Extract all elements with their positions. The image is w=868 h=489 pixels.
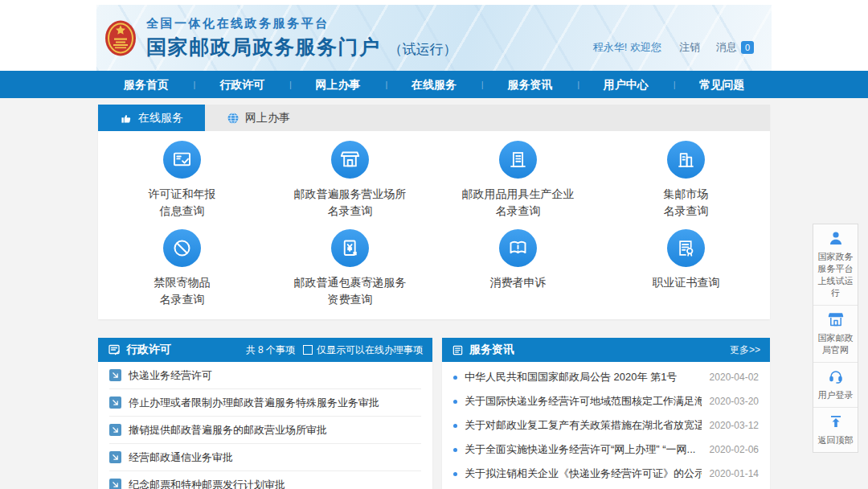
service-consumer-complaint[interactable]: 消费者申诉: [434, 220, 602, 308]
enter-arrow-icon: [109, 479, 121, 489]
official-site-icon: [828, 312, 844, 327]
sidebar-label: 国家邮政局官网: [816, 332, 855, 356]
service-label: 禁限寄物品 名录查询: [98, 274, 266, 308]
messages-link[interactable]: 消息 0: [716, 40, 754, 55]
service-stamp-market-query[interactable]: 集邮市场 名录查询: [602, 131, 770, 220]
service-label: 消费者申诉: [434, 274, 602, 291]
service-parcel-fee-query[interactable]: 邮政普通包裹寄递服务 资费查询: [266, 220, 434, 308]
news-title: 关于全面实施快递业务经营许可“网上办理” “一网...: [465, 442, 702, 457]
news-panel-title: 服务资讯: [469, 343, 514, 357]
user-icon: [828, 231, 844, 245]
nav-item-home[interactable]: 服务首页: [98, 71, 194, 98]
bullet-dot-icon: [453, 472, 457, 476]
news-item[interactable]: 关于全面实施快递业务经营许可“网上办理” “一网... 2020-02-06: [453, 438, 759, 462]
news-date: 2020-01-14: [710, 468, 759, 479]
news-title: 关于对邮政业复工复产有关政策措施在湖北省放宽适...: [465, 418, 702, 433]
enter-arrow-icon: [109, 424, 121, 436]
online-only-checkbox[interactable]: [303, 345, 313, 355]
enter-arrow-icon: [109, 451, 121, 463]
admin-item-stamp-plan-approval[interactable]: 纪念邮票和特种邮票发行计划审批: [109, 471, 421, 489]
news-item[interactable]: 关于国际快递业务经营许可地域范围核定工作满足海... 2020-03-20: [453, 389, 759, 413]
service-label: 职业证书查询: [602, 274, 770, 291]
admin-item-label: 停止办理或者限制办理邮政普遍服务特殊服务业务审批: [129, 396, 379, 410]
nav-item-online-affairs[interactable]: 网上办事: [290, 71, 386, 98]
national-emblem-icon: [104, 19, 137, 57]
nav-item-online-service[interactable]: 在线服务: [386, 71, 481, 98]
admin-item-revoke-outlet-approval[interactable]: 撤销提供邮政普遍服务的邮政营业场所审批: [109, 417, 421, 444]
service-professional-certificate-query[interactable]: 职业证书查询: [602, 220, 770, 308]
tab-online-affairs[interactable]: 网上办事: [205, 105, 312, 131]
news-item[interactable]: 关于拟注销相关企业《快递业务经营许可证》的公示 2020-01-14: [453, 462, 759, 486]
header-band: 全国一体化在线政务服务平台 国家邮政局政务服务门户 （试运行） 程永华! 欢迎您…: [96, 5, 772, 71]
service-label: 集邮市场 名录查询: [602, 186, 770, 220]
service-manufacturer-query[interactable]: 邮政用品用具生产企业 名录查询: [434, 131, 602, 220]
storefront-icon: [339, 149, 361, 171]
logout-link[interactable]: 注销: [679, 40, 700, 55]
header: 全国一体化在线政务服务平台 国家邮政局政务服务门户 （试运行） 程永华! 欢迎您…: [0, 0, 868, 71]
service-label: 邮政普遍服务营业场所 名录查询: [266, 186, 434, 220]
service-prohibited-items-query[interactable]: 禁限寄物品 名录查询: [98, 220, 266, 308]
headset-icon: [828, 369, 844, 384]
news-more-link[interactable]: 更多>>: [730, 343, 760, 357]
sidebar-label: 返回顶部: [816, 434, 855, 446]
user-info: 程永华! 欢迎您 注销 消息 0: [593, 40, 754, 55]
service-license-info-query[interactable]: 许可证和年报 信息查询: [98, 131, 266, 220]
admin-item-label: 快递业务经营许可: [129, 368, 212, 383]
bullet-dot-icon: [453, 424, 457, 428]
platform-title: 全国一体化在线政务服务平台: [146, 16, 457, 31]
complaint-book-icon: [507, 237, 529, 259]
tab-online-service[interactable]: 在线服务: [98, 105, 205, 131]
welcome-text: 程永华! 欢迎您: [593, 40, 661, 55]
service-news-panel: 服务资讯 更多>> 中华人民共和国国家邮政局公告 2020年 第1号 2020-…: [442, 338, 770, 489]
nav-item-faq[interactable]: 常见问题: [674, 71, 770, 98]
admin-panel-header: 行政许可 共 8 个事项 仅显示可以在线办理事项: [98, 338, 432, 362]
globe-icon: [227, 112, 240, 125]
news-date: 2020-03-20: [710, 396, 759, 407]
bullet-dot-icon: [453, 448, 457, 452]
news-date: 2020-04-02: [710, 372, 759, 383]
admin-license-list: 快递业务经营许可 停止办理或者限制办理邮政普遍服务特殊服务业务审批 撤销提供邮政…: [98, 362, 432, 489]
certificate-seal-icon: [675, 237, 697, 259]
service-label: 许可证和年报 信息查询: [98, 186, 266, 220]
floating-sidebar: 国家政务服务平台上线试运行 国家邮政局官网 用户登录 返回: [813, 224, 858, 453]
news-item[interactable]: 关于对邮政业复工复产有关政策措施在湖北省放宽适... 2020-03-12: [453, 413, 759, 438]
sidebar-platform-launch[interactable]: 国家政务服务平台上线试运行: [813, 224, 858, 306]
sidebar-back-to-top[interactable]: 返回顶部: [813, 408, 858, 452]
admin-item-express-license[interactable]: 快递业务经营许可: [109, 362, 421, 389]
admin-item-label: 纪念邮票和特种邮票发行计划审批: [129, 478, 285, 489]
market-buildings-icon: [675, 149, 697, 171]
admin-item-label: 经营邮政通信业务审批: [129, 450, 233, 465]
news-title: 关于拟注销相关企业《快递业务经营许可证》的公示: [465, 466, 702, 481]
online-only-label: 仅显示可以在线办理事项: [317, 343, 423, 357]
bullet-dot-icon: [453, 400, 457, 404]
bullet-dot-icon: [453, 376, 457, 380]
sidebar-official-site[interactable]: 国家邮政局官网: [813, 306, 858, 363]
news-list: 中华人民共和国国家邮政局公告 2020年 第1号 2020-04-02 关于国际…: [442, 362, 770, 486]
admin-count-text: 共 8 个事项: [246, 343, 295, 357]
service-label: 邮政普通包裹寄递服务 资费查询: [266, 274, 434, 308]
news-item[interactable]: 中华人民共和国国家邮政局公告 2020年 第1号 2020-04-02: [453, 365, 759, 389]
admin-item-stop-limit-approval[interactable]: 停止办理或者限制办理邮政普遍服务特殊服务业务审批: [109, 389, 421, 417]
news-title: 中华人民共和国国家邮政局公告 2020年 第1号: [465, 370, 702, 384]
messages-label: 消息: [716, 40, 737, 55]
nav-item-service-news[interactable]: 服务资讯: [482, 71, 578, 98]
services-card: 在线服务 网上办事: [98, 105, 770, 319]
service-label: 邮政用品用具生产企业 名录查询: [434, 186, 602, 220]
sidebar-label: 用户登录: [816, 389, 855, 401]
nav-item-admin-license[interactable]: 行政许可: [194, 71, 289, 98]
license-doc-icon: [108, 343, 121, 356]
trial-label: （试运行）: [389, 40, 457, 60]
news-icon: [452, 344, 464, 356]
admin-item-label: 撤销提供邮政普遍服务的邮政营业场所审批: [129, 423, 327, 438]
license-check-icon: [171, 149, 193, 171]
sidebar-user-login[interactable]: 用户登录: [813, 363, 858, 408]
service-postal-outlets-query[interactable]: 邮政普遍服务营业场所 名录查询: [266, 131, 434, 220]
parcel-fee-icon: [339, 237, 361, 259]
nav-item-user-center[interactable]: 用户中心: [578, 71, 674, 98]
news-panel-header: 服务资讯 更多>>: [442, 338, 770, 362]
portal-title: 国家邮政局政务服务门户: [146, 34, 381, 60]
services-tabstrip: 在线服务 网上办事: [98, 105, 770, 131]
admin-panel-title: 行政许可: [126, 343, 171, 357]
admin-item-postal-telecom-approval[interactable]: 经营邮政通信业务审批: [109, 444, 421, 471]
message-count-badge: 0: [741, 41, 754, 54]
